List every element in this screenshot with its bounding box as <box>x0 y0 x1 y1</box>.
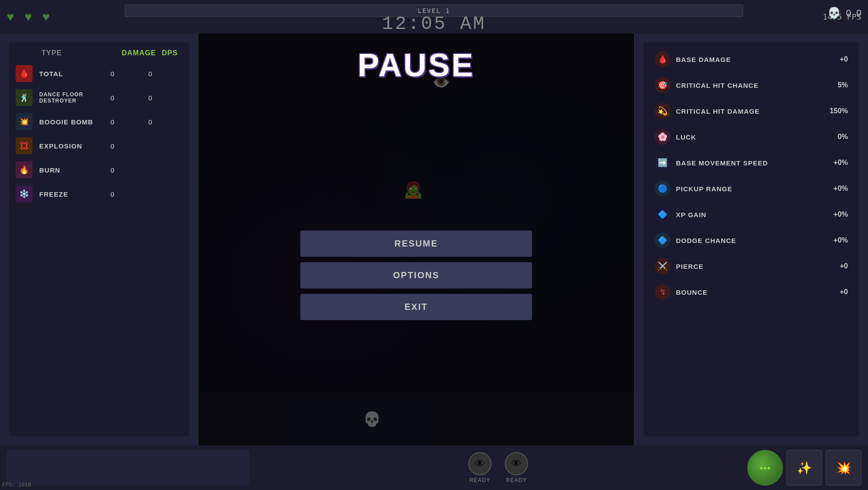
burn-name: BURN <box>39 166 104 174</box>
pickup-range-value: +0% <box>821 185 848 193</box>
bb-dps: 0 <box>148 118 152 126</box>
xp-gain-icon: 🔷 <box>655 206 671 222</box>
xp-gain-value: +0% <box>821 210 848 218</box>
skull-icon: 💀 <box>827 7 841 19</box>
pause-title: PAUSE <box>358 47 475 83</box>
freeze-icon: ❄️ <box>16 185 33 202</box>
table-row: 🩸 TOTAL 0 0 <box>16 65 182 82</box>
stat-row-pierce: ⚔️ PIERCE +0 <box>655 258 848 274</box>
move-speed-label: BASE MOVEMENT SPEED <box>676 159 816 167</box>
game-area: TYPE DAMAGE DPS 🩸 TOTAL 0 0 🕺 DANCE FLOO… <box>0 33 868 445</box>
stat-row-crit-damage: 💫 CRITICAL HIT DAMAGE 150% <box>655 103 848 119</box>
stat-row-bounce: ↯ BOUNCE +0 <box>655 284 848 300</box>
pickup-range-label: PICKUP RANGE <box>676 185 816 193</box>
crit-chance-icon: 🎯 <box>655 77 671 93</box>
dodge-chance-label: DODGE CHANCE <box>676 237 816 244</box>
stat-row-xp-gain: 🔷 XP GAIN +0% <box>655 206 848 222</box>
dfd-icon: 🕺 <box>16 89 33 106</box>
freeze-damage: 0 <box>111 190 142 198</box>
fps-bottom: FPS: 1010 <box>2 482 31 488</box>
dodge-chance-icon: 🔷 <box>655 232 671 248</box>
bottom-bar: 👁 READY 👁 READY ●●● ✨ 💥 <box>0 445 868 490</box>
options-button[interactable]: OPTIONS <box>300 262 532 288</box>
bounce-value: +0 <box>821 288 848 296</box>
bottom-right-icons: ●●● ✨ 💥 <box>747 450 861 486</box>
total-damage: 0 <box>111 70 142 78</box>
crit-chance-label: CRITICAL HIT CHANCE <box>676 82 816 89</box>
health-orb: ●●● <box>747 450 783 486</box>
bb-damage: 0 <box>111 118 142 126</box>
bottom-icon-star[interactable]: 💥 <box>826 450 861 486</box>
exit-button[interactable]: EXIT <box>300 294 532 320</box>
exp-name: EXPLOSION <box>39 142 104 150</box>
dfd-name: DANCE FLOOR DESTROYER <box>39 91 104 104</box>
coin-count: 0 <box>856 8 861 18</box>
col-type-label: TYPE <box>41 49 113 57</box>
dfd-dps: 0 <box>148 94 152 102</box>
pierce-value: +0 <box>821 262 848 270</box>
luck-icon: 🌸 <box>655 129 671 145</box>
pickup-range-icon: 🔵 <box>655 181 671 197</box>
table-row: 💢 EXPLOSION 0 <box>16 137 182 154</box>
top-bar: ♥ ♥ ♥ 1475 FPS LEVEL 1 12:05 AM 💀 0 0 <box>0 0 868 33</box>
total-icon: 🩸 <box>16 65 33 82</box>
crit-chance-value: 5% <box>821 81 848 89</box>
center-game-panel: 👁️ 🧟 💀 PAUSE RESUME OPTIONS EXIT <box>198 33 634 445</box>
bb-name: BOOGIE BOMB <box>39 118 104 126</box>
time-display: 12:05 AM <box>382 13 486 35</box>
top-right-icons: 💀 0 0 <box>827 7 861 19</box>
health-orb-dots: ●●● <box>759 464 770 471</box>
base-damage-icon: 🩸 <box>655 51 671 67</box>
crit-damage-label: CRITICAL HIT DAMAGE <box>676 107 816 115</box>
exp-damage: 0 <box>111 142 142 150</box>
bounce-label: BOUNCE <box>676 288 816 296</box>
ready-icons-area: 👁 READY 👁 READY <box>256 452 741 483</box>
stat-row-move-speed: ➡️ BASE MOVEMENT SPEED +0% <box>655 155 848 171</box>
resume-button[interactable]: RESUME <box>300 231 532 257</box>
table-row: 🕺 DANCE FLOOR DESTROYER 0 0 <box>16 89 182 106</box>
col-dps-label: DPS <box>162 49 178 57</box>
ready-label-2: READY <box>506 477 527 483</box>
table-row: 💥 BOOGIE BOMB 0 0 <box>16 113 182 130</box>
burn-icon: 🔥 <box>16 161 33 178</box>
table-row: 🔥 BURN 0 <box>16 161 182 178</box>
right-stats-panel: 🩸 BASE DAMAGE +0 🎯 CRITICAL HIT CHANCE 5… <box>634 33 868 445</box>
bb-icon: 💥 <box>16 113 33 130</box>
bounce-icon: ↯ <box>655 284 671 300</box>
move-speed-icon: ➡️ <box>655 155 671 171</box>
total-dps: 0 <box>148 70 152 78</box>
burn-damage: 0 <box>111 166 142 174</box>
bottom-left-area <box>7 450 249 486</box>
stat-row-pickup-range: 🔵 PICKUP RANGE +0% <box>655 181 848 197</box>
ready-label-1: READY <box>470 477 490 483</box>
stat-row-luck: 🌸 LUCK 0% <box>655 129 848 145</box>
bottom-icon-wand[interactable]: ✨ <box>786 450 822 486</box>
heart-1: ♥ <box>7 11 21 23</box>
luck-value: 0% <box>821 133 848 141</box>
hearts-display: ♥ ♥ ♥ <box>7 11 57 23</box>
left-stats-panel: TYPE DAMAGE DPS 🩸 TOTAL 0 0 🕺 DANCE FLOO… <box>0 33 198 445</box>
base-damage-label: BASE DAMAGE <box>676 56 816 63</box>
total-name: TOTAL <box>39 70 104 78</box>
dodge-chance-value: +0% <box>821 236 848 244</box>
crit-damage-value: 150% <box>821 107 848 115</box>
ready-item-2: 👁 READY <box>505 452 528 483</box>
right-panel-inner: 🩸 BASE DAMAGE +0 🎯 CRITICAL HIT CHANCE 5… <box>643 42 859 436</box>
game-viewport: 👁️ 🧟 💀 PAUSE RESUME OPTIONS EXIT <box>198 33 634 445</box>
exp-icon: 💢 <box>16 137 33 154</box>
left-panel-inner: TYPE DAMAGE DPS 🩸 TOTAL 0 0 🕺 DANCE FLOO… <box>9 42 189 436</box>
pause-buttons: RESUME OPTIONS EXIT <box>300 231 532 320</box>
stat-row-dodge-chance: 🔷 DODGE CHANCE +0% <box>655 232 848 248</box>
xp-gain-label: XP GAIN <box>676 211 816 218</box>
ready-circle-1: 👁 <box>468 452 491 475</box>
kill-count: 0 <box>846 8 851 18</box>
crit-damage-icon: 💫 <box>655 103 671 119</box>
dfd-damage: 0 <box>111 94 142 102</box>
stats-table-header: TYPE DAMAGE DPS <box>16 49 182 57</box>
ready-circle-2: 👁 <box>505 452 528 475</box>
table-row: ❄️ FREEZE 0 <box>16 185 182 202</box>
col-damage-label: DAMAGE <box>122 49 153 57</box>
move-speed-value: +0% <box>821 159 848 167</box>
heart-3: ♥ <box>42 11 57 23</box>
pause-overlay: PAUSE RESUME OPTIONS EXIT <box>198 33 634 445</box>
